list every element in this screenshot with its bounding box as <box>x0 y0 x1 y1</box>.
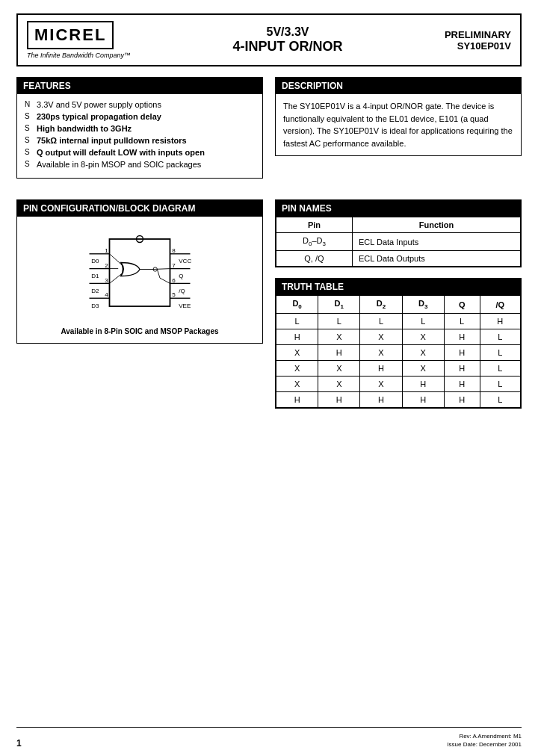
tt-cell-2-1: H <box>276 329 318 345</box>
feature-text-3: High bandwidth to 3GHz <box>37 124 132 133</box>
footer: 1 Rev: A Amendment: M1 Issue Date: Decem… <box>16 727 522 749</box>
tt-row-2: HXXXHL <box>276 329 521 345</box>
svg-text:2: 2 <box>105 262 108 269</box>
features-col: FEATURES N 3.3V and 5V power supply opti… <box>16 77 263 189</box>
footer-page: 1 <box>16 738 22 749</box>
tt-cell-4-5: H <box>444 361 480 377</box>
svg-text:D0: D0 <box>91 258 99 264</box>
bullet-2: S <box>25 112 32 120</box>
feature-item-1: N 3.3V and 5V power supply options <box>25 100 255 109</box>
tt-row-1: LLLLLH <box>276 314 521 329</box>
pin-names-row-1: D0–D3 ECL Data Inputs <box>276 233 521 251</box>
header-title: 5V/3.3V 4-INPUT OR/NOR <box>131 25 445 55</box>
feature-item-6: S Available in 8-pin MSOP and SOIC packa… <box>25 160 255 169</box>
svg-text:5: 5 <box>172 291 176 298</box>
logo-section: MICREL The Infinite Bandwidth Company™ <box>27 21 131 59</box>
feature-item-4: S 75kΩ internal input pulldown resistors <box>25 136 255 145</box>
truth-table: D0 D1 D2 D3 Q /Q LLLLLHHXXXHLXHXXHLXXHXH… <box>276 295 521 408</box>
tt-col-nq: /Q <box>480 296 521 314</box>
pin-names-header: PIN NAMES <box>276 200 521 217</box>
description-body: The SY10EP01V is a 4-input OR/NOR gate. … <box>276 94 521 155</box>
tt-cell-3-1: X <box>276 345 318 361</box>
tt-cell-1-5: L <box>444 314 480 329</box>
pin-names-section: PIN NAMES Pin Function D0–D3 ECL Data In… <box>275 199 522 267</box>
tt-cell-5-6: L <box>480 377 521 392</box>
svg-text:1: 1 <box>105 247 108 254</box>
svg-text:3: 3 <box>105 277 108 284</box>
tt-cell-1-1: L <box>276 314 318 329</box>
feature-text-1: 3.3V and 5V power supply options <box>37 100 161 109</box>
tt-cell-1-2: L <box>318 314 360 329</box>
tt-row-4: XXHXHL <box>276 361 521 377</box>
pin-config-section: PIN CONFIGURATION/BLOCK DIAGRAM D0 <box>16 199 263 344</box>
description-section: DESCRIPTION The SY10EP01V is a 4-input O… <box>275 77 522 156</box>
bottom-row: PIN CONFIGURATION/BLOCK DIAGRAM D0 <box>16 199 522 409</box>
pin-names-pin-2: Q, /Q <box>276 251 353 267</box>
tt-cell-3-2: H <box>318 345 360 361</box>
pin-config-header: PIN CONFIGURATION/BLOCK DIAGRAM <box>17 200 262 217</box>
logo-box: MICREL <box>27 21 114 49</box>
tt-cell-4-3: H <box>360 361 402 377</box>
pin-names-table: Pin Function D0–D3 ECL Data Inputs Q, /Q… <box>276 217 521 267</box>
tt-cell-5-5: H <box>444 377 480 392</box>
svg-text:VCC: VCC <box>179 258 191 264</box>
tt-row-3: XHXXHL <box>276 345 521 361</box>
tt-row-5: XXXHHL <box>276 377 521 392</box>
tt-col-d2: D2 <box>360 296 402 314</box>
bullet-3: S <box>25 124 32 132</box>
svg-rect-0 <box>110 239 170 306</box>
footer-rev: Rev: A Amendment: M1 Issue Date: Decembe… <box>447 732 522 749</box>
pin-names-col-function: Function <box>352 217 520 233</box>
bullet-4: S <box>25 136 32 144</box>
feature-item-5: S Q output will default LOW with inputs … <box>25 148 255 157</box>
pin-names-col-pin: Pin <box>276 217 353 233</box>
tt-cell-2-2: X <box>318 329 360 345</box>
tt-cell-4-1: X <box>276 361 318 377</box>
bullet-5: S <box>25 148 32 156</box>
feature-text-6: Available in 8-pin MSOP and SOIC package… <box>37 160 201 169</box>
pin-names-truth-col: PIN NAMES Pin Function D0–D3 ECL Data In… <box>275 199 522 409</box>
part-number: SY10EP01V <box>445 40 511 52</box>
bullet-1: N <box>25 100 32 108</box>
tt-cell-2-5: H <box>444 329 480 345</box>
voltage: 5V/3.3V <box>146 25 430 39</box>
feature-text-2: 230ps typical propagation delay <box>37 112 161 121</box>
preliminary-label: PRELIMINARY <box>445 29 511 40</box>
feature-item-3: S High bandwidth to 3GHz <box>25 124 255 133</box>
tt-cell-6-4: H <box>402 392 444 408</box>
logo-text: MICREL <box>34 25 106 44</box>
features-header: FEATURES <box>17 78 262 94</box>
pin-names-row-2: Q, /Q ECL Data Outputs <box>276 251 521 267</box>
logo-tagline: The Infinite Bandwidth Company™ <box>27 52 131 59</box>
svg-text:Q: Q <box>179 273 183 279</box>
footer-issue-date: Issue Date: December 2001 <box>447 740 522 749</box>
feature-text-5: Q output will default LOW with inputs op… <box>37 148 205 157</box>
svg-text:VEE: VEE <box>179 303 191 309</box>
tt-cell-6-1: H <box>276 392 318 408</box>
tt-cell-2-3: X <box>360 329 402 345</box>
tt-col-d1: D1 <box>318 296 360 314</box>
chip-note: Available in 8-Pin SOIC and MSOP Package… <box>25 327 255 335</box>
svg-text:/Q: /Q <box>179 288 185 294</box>
tt-cell-6-6: L <box>480 392 521 408</box>
header: MICREL The Infinite Bandwidth Company™ 5… <box>16 13 522 66</box>
tt-cell-3-6: L <box>480 345 521 361</box>
features-description-row: FEATURES N 3.3V and 5V power supply opti… <box>16 77 522 189</box>
feature-text-4: 75kΩ internal input pulldown resistors <box>37 136 187 145</box>
tt-cell-3-3: X <box>360 345 402 361</box>
truth-table-section: TRUTH TABLE D0 D1 D2 D3 Q /Q LLLLLHHXX <box>275 278 522 409</box>
pin-names-func-2: ECL Data Outputs <box>352 251 520 267</box>
pin-config-body: D0 1 D1 2 D2 3 D3 <box>17 217 262 343</box>
tt-cell-6-2: H <box>318 392 360 408</box>
bullet-6: S <box>25 160 32 168</box>
tt-cell-2-6: L <box>480 329 521 345</box>
features-section: FEATURES N 3.3V and 5V power supply opti… <box>16 77 263 179</box>
tt-cell-2-4: X <box>402 329 444 345</box>
chip-diagram: D0 1 D1 2 D2 3 D3 <box>25 224 255 321</box>
tt-col-d3: D3 <box>402 296 444 314</box>
footer-rev-line: Rev: A Amendment: M1 <box>447 732 522 740</box>
svg-text:D1: D1 <box>91 273 99 279</box>
tt-cell-3-4: X <box>402 345 444 361</box>
pin-names-func-1: ECL Data Inputs <box>352 233 520 251</box>
tt-cell-6-5: H <box>444 392 480 408</box>
